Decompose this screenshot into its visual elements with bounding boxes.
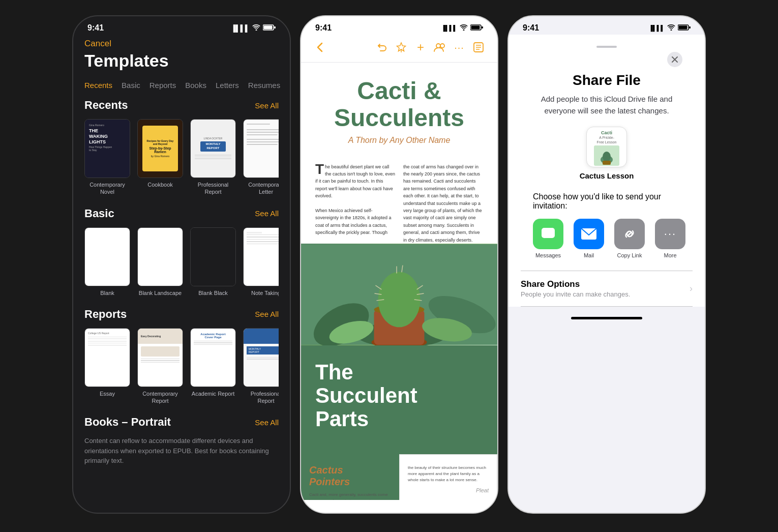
doc-card-right: the beauty of their structure becomes mu… <box>399 454 497 500</box>
wifi-icon-2 <box>460 24 468 32</box>
see-all-books[interactable]: See All <box>255 418 279 427</box>
section-recents: Recents See All Gina Romero THEWAKINGLIG… <box>73 95 290 203</box>
template-contemporary-letter[interactable]: ContemporaryLetter <box>243 119 279 196</box>
novel-title: THEWAKINGLIGHTS <box>89 128 126 144</box>
phone3-share: 9:41 ▐▌▌▌ Share File Add people to this … <box>507 15 706 514</box>
section-reports: Reports See All College US Report <box>73 304 290 412</box>
share-header <box>521 48 693 67</box>
nav-recents[interactable]: Recents <box>84 81 112 90</box>
see-all-recents[interactable]: See All <box>255 101 279 110</box>
nav-letters[interactable]: Letters <box>216 81 239 90</box>
templates-scroll[interactable]: Recents See All Gina Romero THEWAKINGLIG… <box>73 95 290 512</box>
collaborate-button[interactable] <box>431 39 448 56</box>
svg-rect-2 <box>274 26 276 28</box>
template-contemporary-novel[interactable]: Gina Romero THEWAKINGLIGHTS How Things H… <box>84 119 130 196</box>
share-options-text: Share Options People you invite can make… <box>521 279 630 298</box>
nav-basic[interactable]: Basic <box>122 81 140 90</box>
battery-icon <box>263 24 276 32</box>
thumb-academic-report: Academic ReportCover Page <box>190 328 236 387</box>
letter-line-5 <box>247 139 279 140</box>
messages-label: Messages <box>535 252 561 258</box>
section-title-reports: Reports <box>84 308 127 321</box>
back-button[interactable] <box>311 39 328 56</box>
template-note-taking[interactable]: Note Taking <box>243 227 279 297</box>
see-all-basic[interactable]: See All <box>255 209 279 218</box>
toolbar-icons: + ··· <box>373 39 487 56</box>
status-time-3: 9:41 <box>523 23 539 33</box>
format-button[interactable] <box>470 39 487 56</box>
share-description: Add people to this iCloud Drive file and… <box>533 94 680 116</box>
nav-books[interactable]: Books <box>185 81 206 90</box>
mail-button[interactable]: Mail <box>574 219 604 258</box>
battery-icon-2 <box>470 24 483 32</box>
report-author: LINDA OCHTER <box>204 137 223 140</box>
nav-resumes[interactable]: Resumes <box>248 81 280 90</box>
file-icon-subtitle: A Prickle-Free Lesson <box>597 135 617 144</box>
status-bar-2: 9:41 ▐▌▌▌ <box>301 16 497 35</box>
novel-sub2: How Things Happento Stay <box>89 145 126 152</box>
svg-point-38 <box>603 152 611 162</box>
home-indicator-3 <box>571 317 642 319</box>
drop-cap: T <box>315 163 324 175</box>
doc-green-title: TheSucculentParts <box>315 361 483 431</box>
letter-line-2 <box>247 129 279 130</box>
template-contemporary-report[interactable]: Easy Decorating ContemporaryReport <box>137 328 183 405</box>
phone2-document: 9:41 ▐▌▌▌ + ··· <box>300 15 498 514</box>
copy-link-button[interactable]: Copy Link <box>614 219 645 258</box>
svg-point-7 <box>436 44 440 48</box>
template-label-novel: ContemporaryNovel <box>89 181 125 196</box>
template-cookbook[interactable]: Recipes for Every Day and Beyond Step-by… <box>137 119 183 196</box>
thumb-contemporary-novel: Gina Romero THEWAKINGLIGHTS How Things H… <box>84 119 130 178</box>
nav-reports[interactable]: Reports <box>149 81 176 90</box>
doc-hero: Cacti &Succulents A Thorn by Any Other N… <box>301 63 497 163</box>
template-pro-report-2[interactable]: MONTHLYREPORT ProfessionalReport <box>243 328 279 405</box>
books-description: Content can reflow to accommodate differ… <box>84 436 279 466</box>
cancel-button[interactable]: Cancel <box>84 39 279 49</box>
thumb-blank <box>84 227 130 286</box>
template-blank[interactable]: Blank <box>84 227 130 297</box>
document-content[interactable]: Cacti &Succulents A Thorn by Any Other N… <box>301 63 497 500</box>
thumb-blank-black <box>190 227 236 286</box>
reports-row: College US Report Essay <box>84 328 279 412</box>
see-all-reports[interactable]: See All <box>255 310 279 318</box>
template-professional-report[interactable]: LINDA OCHTER MONTHLYREPORT ProfessionalR… <box>190 119 236 196</box>
template-essay[interactable]: College US Report Essay <box>84 328 130 405</box>
chevron-right-icon: › <box>690 283 693 294</box>
doc-image <box>301 244 497 345</box>
share-options-row[interactable]: Share Options People you invite can make… <box>521 271 693 306</box>
more-button[interactable]: ··· More <box>655 219 685 258</box>
add-button[interactable]: + <box>412 39 429 56</box>
file-icon-title: Cacti <box>598 128 615 135</box>
status-time-1: 9:41 <box>87 23 104 33</box>
file-icon: Cacti A Prickle-Free Lesson <box>586 127 627 167</box>
share-main-content: Share File Add people to this iCloud Dri… <box>521 67 693 258</box>
thumb-note-taking <box>243 227 279 286</box>
more-dots: ··· <box>664 227 676 241</box>
report-badge: MONTHLYREPORT <box>200 141 226 152</box>
close-button[interactable] <box>667 52 682 67</box>
template-blank-black[interactable]: Blank Black <box>190 227 236 297</box>
status-time-2: 9:41 <box>315 23 332 33</box>
undo-button[interactable] <box>373 39 391 56</box>
pin-button[interactable] <box>393 39 410 56</box>
letter-line-6 <box>247 141 279 142</box>
status-bar-1: 9:41 ▐▌▌▌ <box>73 16 290 35</box>
mail-icon-circle <box>574 219 604 249</box>
more-options-button[interactable]: ··· <box>451 39 468 56</box>
doc-pleat: Pleat <box>408 487 489 493</box>
status-icons-2: ▐▌▌▌ <box>441 24 483 32</box>
mail-label: Mail <box>584 252 594 258</box>
svg-rect-1 <box>264 25 273 29</box>
template-blank-landscape[interactable]: Blank Landscape <box>137 227 183 297</box>
card-right-text: the beauty of their structure becomes mu… <box>408 465 489 483</box>
cookbook-title: Step-by-StepRamen <box>149 146 171 154</box>
template-academic-report[interactable]: Academic ReportCover Page Academic Repor… <box>190 328 236 405</box>
svg-rect-33 <box>689 26 691 28</box>
section-title-books: Books – Portrait <box>84 416 171 429</box>
letter-line-4 <box>247 134 278 135</box>
doc-col-2: the coat of arms has changed over in the… <box>403 163 483 244</box>
template-label-contemporary-report: ContemporaryReport <box>142 390 178 405</box>
messages-button[interactable]: Messages <box>533 219 563 258</box>
doc-green-section: TheSucculentParts <box>301 345 497 455</box>
file-preview: Cacti A Prickle-Free Lesson Cactus Lesso… <box>533 127 680 180</box>
